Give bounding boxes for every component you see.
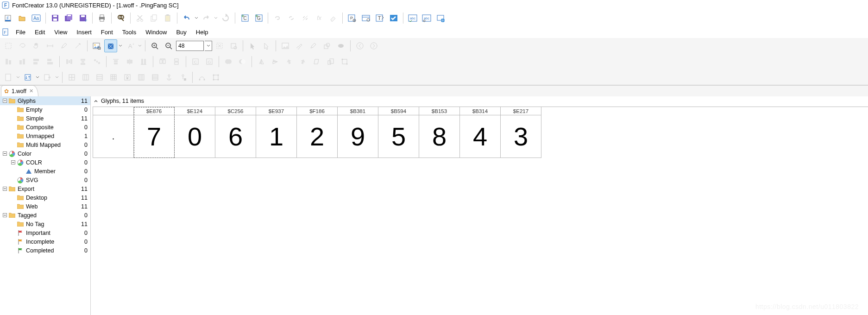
zoom-dropdown[interactable] <box>205 41 212 51</box>
preview-button[interactable] <box>359 12 372 25</box>
tree-row[interactable]: Completed0 <box>0 246 90 255</box>
glyph-cell[interactable]: $E8767 <box>134 107 175 158</box>
tree-row[interactable]: Web11 <box>0 202 90 211</box>
tree-row[interactable]: Tagged0 <box>0 211 90 220</box>
undo-dropdown[interactable] <box>194 12 199 25</box>
font-settings-button[interactable]: Aa <box>30 12 43 25</box>
grid-3 <box>93 71 106 84</box>
menu-tools[interactable]: Tools <box>118 27 141 37</box>
folder-icon <box>8 212 16 219</box>
zoom-input[interactable] <box>176 41 204 51</box>
glyph-cell[interactable]: $B5945 <box>378 107 419 158</box>
tree-label: Web <box>26 203 78 210</box>
glyph-cell[interactable]: $F1862 <box>297 107 338 158</box>
undo-button[interactable] <box>180 12 193 25</box>
menu-window[interactable]: Window <box>141 27 171 37</box>
redo-dropdown[interactable] <box>214 12 218 25</box>
svg-point-123 <box>346 63 348 64</box>
redo-button <box>200 12 213 25</box>
toolbar-separator <box>92 13 93 24</box>
svg-rect-86 <box>47 59 51 61</box>
glyph-cell[interactable]: $E9371 <box>256 107 297 158</box>
group-c: C <box>189 55 202 68</box>
new-doc-dropdown[interactable] <box>16 71 20 84</box>
glyph-cell[interactable]: $C2566 <box>215 107 256 158</box>
image-tool[interactable] <box>90 39 103 52</box>
zoom-out-button[interactable] <box>162 39 175 52</box>
tree-row[interactable]: Incomplete0 <box>0 237 90 246</box>
tree-toggle[interactable] <box>2 151 7 157</box>
menu-insert[interactable]: Insert <box>72 27 96 37</box>
tree-count: 0 <box>78 168 88 175</box>
find-button[interactable] <box>114 12 127 25</box>
tree-row[interactable]: Composite0 <box>0 123 90 132</box>
menu-font[interactable]: Font <box>96 27 118 37</box>
collapse-icon[interactable] <box>93 98 99 104</box>
add-glyph-button[interactable]: G+ <box>252 12 265 25</box>
tree-row[interactable]: COLR0 <box>0 158 90 167</box>
tree-row[interactable]: Member0 <box>0 167 90 176</box>
pie-icon <box>17 159 24 166</box>
menu-file[interactable]: File <box>11 27 30 37</box>
test-font-button[interactable]: T <box>373 12 386 25</box>
tree-toggle[interactable] <box>2 213 7 218</box>
print-button[interactable] <box>95 12 108 25</box>
toolbar-separator <box>145 40 145 51</box>
new-font-button[interactable]: F <box>2 12 15 25</box>
save-all-button[interactable] <box>63 12 75 25</box>
tree-row[interactable]: Color0 <box>0 149 90 158</box>
validate-button[interactable] <box>387 12 400 25</box>
close-icon[interactable]: ✕ <box>29 88 33 94</box>
tree-label: Unmapped <box>26 133 78 139</box>
save-as-button[interactable]: F <box>76 12 89 25</box>
tree-toggle <box>10 204 16 209</box>
folder-icon <box>17 107 24 113</box>
glyph-cell[interactable]: $E1240 <box>175 107 215 158</box>
tree-row[interactable]: Simple11 <box>0 114 90 123</box>
web-button[interactable] <box>434 12 447 25</box>
document-tab[interactable]: ✿ 1.woff ✕ <box>1 85 38 96</box>
distribute-3 <box>137 55 150 68</box>
menu-help[interactable]: Help <box>191 27 213 37</box>
tree-row[interactable]: Empty0 <box>0 105 90 114</box>
tree-row[interactable]: Unmapped1 <box>0 132 90 140</box>
fill-tool[interactable] <box>104 39 117 52</box>
tree-toggle[interactable] <box>10 160 16 165</box>
add-char-button[interactable]: C+ <box>238 12 251 25</box>
fill-dropdown[interactable] <box>118 39 123 52</box>
sort-dropdown[interactable] <box>35 71 40 84</box>
menu-edit[interactable]: Edit <box>30 27 50 37</box>
zoom-in-button[interactable] <box>148 39 161 52</box>
tree-row[interactable]: SVG0 <box>0 176 90 184</box>
kern-button[interactable]: abc <box>420 12 433 25</box>
svg-rect-106 <box>160 60 162 63</box>
menu-view[interactable]: View <box>50 27 72 37</box>
toolbar-separator <box>106 56 107 67</box>
tree-row[interactable]: Export11 <box>0 184 90 193</box>
export-dropdown[interactable] <box>55 71 59 84</box>
menu-buy[interactable]: Buy <box>171 27 191 37</box>
tree-row[interactable]: Important0 <box>0 228 90 237</box>
svg-rect-96 <box>98 62 100 64</box>
svg-rect-88 <box>66 59 68 64</box>
tree-count: 11 <box>78 186 88 192</box>
save-button[interactable] <box>49 12 62 25</box>
glyph-cell[interactable]: $B3144 <box>460 107 501 158</box>
tree-row[interactable]: Multi Mapped0 <box>0 140 90 149</box>
tree-toggle[interactable] <box>2 98 7 104</box>
toolbar-separator <box>62 72 63 83</box>
properties-button[interactable]: P <box>346 12 359 25</box>
tree-row[interactable]: No Tag11 <box>0 220 90 228</box>
open-button[interactable] <box>16 12 29 25</box>
tree-toggle[interactable] <box>2 186 7 192</box>
tree-row[interactable]: Glyphs11 <box>0 96 90 105</box>
glyph-cell[interactable]: $B3819 <box>338 107 378 158</box>
tree-row[interactable]: Desktop11 <box>0 193 90 202</box>
glyph-cell[interactable]: $B1538 <box>419 107 460 158</box>
autohint-button[interactable]: abc <box>406 12 419 25</box>
sort-button[interactable] <box>21 71 34 84</box>
glyph-cell[interactable]: $E2173 <box>501 107 541 158</box>
text-dropdown[interactable] <box>138 39 142 52</box>
glyph-cell[interactable]: . <box>93 107 134 158</box>
svg-rect-26 <box>165 15 170 21</box>
